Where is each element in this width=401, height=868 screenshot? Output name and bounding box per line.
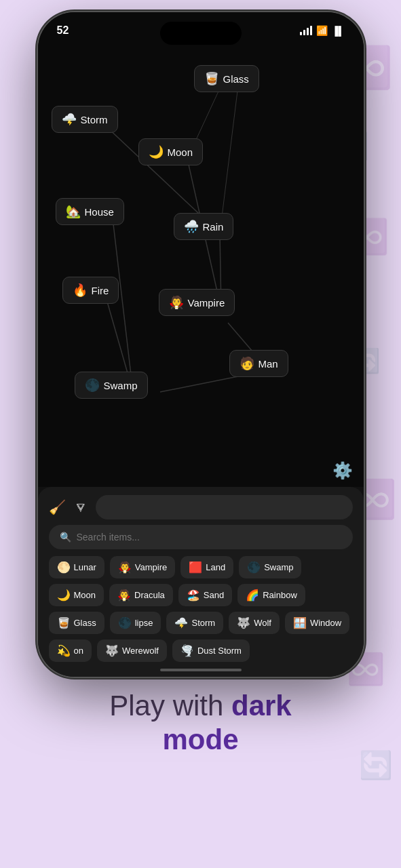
wifi-icon: 📶 [316,25,328,36]
grid-item-werewolf[interactable]: 🐺 Werewolf [97,639,167,662]
grid-item-vampire[interactable]: 🧛 Vampire [110,556,175,578]
dynamic-island [160,22,242,45]
grid-item-moon[interactable]: 🌙 Moon [49,584,104,606]
search-icon: 🔍 [60,532,71,542]
grid-item-dracula[interactable]: 🧛 Dracula [109,584,173,606]
node-moon[interactable]: 🌙 Moon [138,138,204,165]
status-icons: 📶 ▐▌ [300,25,344,36]
grid-item-wolf[interactable]: 🐺 Wolf [229,612,280,634]
node-swamp[interactable]: 🌑 Swamp [75,372,148,399]
grid-item-window[interactable]: 🪟 Window [285,612,349,634]
node-man[interactable]: 🧑 Man [229,350,288,377]
signal-icon [300,26,312,35]
node-house[interactable]: 🏡 House [56,198,124,225]
promo-mode: mode [162,724,238,755]
grid-item-eclipse[interactable]: 🌑 lipse [110,612,161,634]
home-indicator [160,669,242,671]
status-time: 52 [57,24,69,37]
node-storm[interactable]: 🌩️ Storm [52,106,118,133]
grid-item-glass[interactable]: 🥃 Glass [49,612,104,634]
node-vampire[interactable]: 🧛 Vampire [159,289,235,316]
bottom-panel: 🧹 ⛛ 🔍 🌕 Lunar 🧛 Vampire 🟥 Land [38,487,364,677]
promo-line1: Play with [109,690,231,722]
game-canvas[interactable]: 🥃 Glass 🌩️ Storm 🌙 Moon 🏡 House 🌧️ Rain … [38,12,364,487]
grid-item-storm[interactable]: 🌩️ Storm [166,612,223,634]
promo-text: Play with dark mode [109,689,291,757]
svg-line-7 [220,85,238,233]
grid-item-on[interactable]: 💫 on [49,639,92,662]
grid-item-rainbow[interactable]: 🌈 Rainbow [237,584,305,606]
broom-button[interactable]: 🧹 [49,499,66,515]
grid-item-dust-storm[interactable]: 🌪️ Dust Storm [172,639,250,662]
toolbar: 🧹 ⛛ [38,487,364,525]
svg-line-4 [113,218,133,392]
grid-item-land[interactable]: 🟥 Land [180,556,233,578]
node-rain[interactable]: 🌧️ Rain [174,213,234,240]
phone-frame: 52 📶 ▐▌ [38,12,364,677]
node-glass[interactable]: 🥃 Glass [194,65,259,92]
promo-dark: dark [231,690,292,722]
search-wrapper[interactable]: 🔍 [49,525,353,549]
grid-item-lunar[interactable]: 🌕 Lunar [49,556,104,578]
node-fire[interactable]: 🔥 Fire [62,277,119,304]
filter-button[interactable]: ⛛ [74,500,88,515]
battery-icon: ▐▌ [332,26,344,36]
grid-item-sand[interactable]: 🏖️ Sand [178,584,232,606]
grid-item-swamp[interactable]: 🌑 Swamp [239,556,301,578]
search-bar-placeholder [96,495,353,519]
settings-button[interactable]: ⚙️ [332,461,353,480]
items-grid: 🌕 Lunar 🧛 Vampire 🟥 Land 🌑 Swamp 🌙 Moon [38,556,364,662]
search-input[interactable] [77,532,342,542]
